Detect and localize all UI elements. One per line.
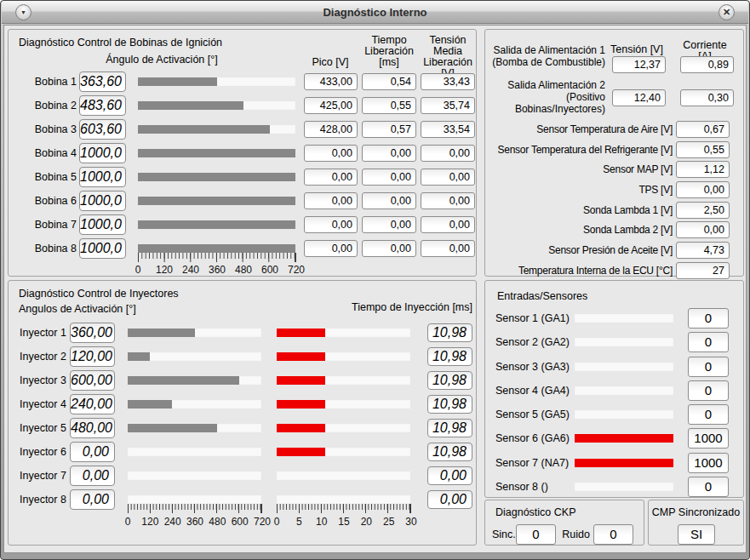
coils-panel: Diagnóstico Control de Bobinas de Ignici… xyxy=(8,29,477,277)
ckp-sync-value: 0 xyxy=(516,524,556,545)
ckp-row: Sinc. 0 Ruido 0 xyxy=(485,524,633,545)
titlebar: ▼ Diagnóstico Interno ✕ xyxy=(2,1,748,24)
injector-time-value[interactable]: 10,98 xyxy=(427,371,472,390)
tick-label: 240 xyxy=(182,264,199,276)
coil-angle-input[interactable]: 1000,0 xyxy=(79,238,126,259)
coil-row: Bobina 4 1000,0 0,00 0,00 0,00 xyxy=(9,143,475,163)
coil-peak-voltage: 0,00 xyxy=(304,169,358,186)
coil-angle-input[interactable]: 363,60 xyxy=(79,71,126,92)
analog-sensor-label: Sensor Presión de Aceite [V] xyxy=(485,242,673,259)
injector-angle-input[interactable]: 120,00 xyxy=(70,346,115,367)
coil-angle-bar xyxy=(138,101,295,110)
coils-angle-ruler xyxy=(138,253,296,262)
coil-label: Bobina 5 xyxy=(9,167,77,187)
coil-release-voltage: 0,00 xyxy=(421,216,475,233)
injectors-angle-ruler xyxy=(128,504,262,513)
injector-row: Inyector 7 0,00 0,00 xyxy=(9,466,472,486)
input-sensor-row: Sensor 8 () 0 xyxy=(485,477,729,497)
analog-sensor-row: Sensor Presión de Aceite [V] 4,73 xyxy=(485,242,730,259)
coil-row: Bobina 1 363,60 433,00 0,54 33,43 xyxy=(9,71,475,92)
coil-angle-input[interactable]: 603,60 xyxy=(79,119,126,140)
input-sensor-bar xyxy=(575,338,673,346)
tick-label: 360 xyxy=(186,516,203,528)
coil-row: Bobina 6 1000,0 0,00 0,00 0,00 xyxy=(9,191,475,211)
coils-header-release-time: Tiempo Liberación [ms] xyxy=(361,35,417,68)
injector-angle-input[interactable]: 240,00 xyxy=(70,394,115,414)
power-output1-voltage: 12,37 xyxy=(612,56,666,73)
injector-time-bar xyxy=(277,352,410,361)
analog-sensor-value: 2,50 xyxy=(676,202,730,219)
injectors-panel-title: Diagnóstico Control de Inyectores xyxy=(19,288,179,300)
injector-label: Inyector 1 xyxy=(20,323,66,343)
power-output2-current: 0,30 xyxy=(680,89,734,106)
injector-angle-input[interactable]: 0,00 xyxy=(70,442,115,462)
analog-sensor-label: TPS [V] xyxy=(485,181,673,198)
coil-release-voltage: 0,00 xyxy=(421,240,475,257)
injector-angle-input[interactable]: 360,00 xyxy=(70,323,115,343)
injector-angle-input[interactable]: 600,00 xyxy=(70,370,115,391)
analog-sensor-value: 27 xyxy=(676,262,730,279)
injectors-subtitle: Angulos de Activación [°] xyxy=(19,303,136,315)
coil-angle-input[interactable]: 483,60 xyxy=(79,95,126,116)
injector-angle-input[interactable]: 480,00 xyxy=(70,418,115,438)
coil-angle-input[interactable]: 1000,0 xyxy=(79,191,126,211)
coil-angle-input[interactable]: 1000,0 xyxy=(79,143,126,163)
injector-time-bar xyxy=(277,400,410,409)
power-output1-label: Salida de Alimentación 1 (Bomba de Combu… xyxy=(485,44,605,68)
injector-angle-bar xyxy=(128,495,261,504)
input-sensor-row: Sensor 5 (GA5) 0 xyxy=(485,404,729,425)
client-area: Diagnóstico Control de Bobinas de Ignici… xyxy=(3,25,747,553)
input-sensor-row: Sensor 4 (GA4) 0 xyxy=(485,380,729,401)
input-sensor-label: Sensor 2 (GA2) xyxy=(495,332,570,352)
injector-time-bar xyxy=(277,329,410,337)
coil-label: Bobina 6 xyxy=(9,191,77,211)
injector-row: Inyector 3 600,00 10,98 xyxy=(9,370,472,391)
coil-angle-input[interactable]: 1000,0 xyxy=(79,214,126,235)
coils-header-peak: Pico [V] xyxy=(303,57,358,68)
tick-label: 0 xyxy=(135,264,141,276)
power-output2-label-line1: Salida Alimentación 2 xyxy=(485,79,605,91)
bar-fill xyxy=(138,149,295,157)
ckp-noise-label: Ruido xyxy=(561,524,590,545)
coil-peak-voltage: 428,00 xyxy=(304,121,358,138)
bar-fill xyxy=(277,448,325,456)
coils-angle-tick-labels: 0120240360480600720 xyxy=(138,264,296,276)
bar-fill xyxy=(128,400,172,409)
injector-time-value[interactable]: 10,98 xyxy=(427,443,472,461)
injector-angle-input[interactable]: 0,00 xyxy=(70,489,115,510)
injector-time-value[interactable]: 10,98 xyxy=(427,395,472,414)
injector-time-bar xyxy=(277,376,410,385)
power-output2-label-line3: Bobinas/Inyectores) xyxy=(485,103,605,115)
coil-row: Bobina 2 483,60 425,00 0,55 35,74 xyxy=(9,95,475,116)
input-sensor-label: Sensor 3 (GA3) xyxy=(495,357,570,377)
analog-sensor-label: Temperatura Interna de la ECU [°C] xyxy=(485,262,673,279)
injector-time-value[interactable]: 10,98 xyxy=(427,419,472,437)
bar-fill xyxy=(277,400,325,409)
bar-fill xyxy=(575,434,673,443)
input-sensor-label: Sensor 6 (GA6) xyxy=(495,428,570,449)
input-sensor-value: 0 xyxy=(688,404,729,425)
coil-angle-bar xyxy=(138,197,295,205)
injector-time-value[interactable]: 0,00 xyxy=(427,466,472,485)
coil-release-voltage: 0,00 xyxy=(421,169,475,186)
injector-time-value[interactable]: 0,00 xyxy=(427,490,472,509)
injector-angle-bar xyxy=(128,352,261,361)
input-sensor-row: Sensor 1 (GA1) 0 xyxy=(485,308,729,329)
coil-row: Bobina 7 1000,0 0,00 0,00 0,00 xyxy=(9,214,475,235)
injectors-time-tick-labels: 051015202530 xyxy=(277,516,411,528)
close-button[interactable]: ✕ xyxy=(719,4,735,20)
input-sensor-bar xyxy=(575,363,673,371)
injector-label: Inyector 6 xyxy=(20,442,66,462)
injector-angle-input[interactable]: 0,00 xyxy=(70,466,115,486)
tick-label: 10 xyxy=(316,516,327,528)
input-sensor-row: Sensor 6 (GA6) 1000 xyxy=(485,428,729,449)
coil-angle-input[interactable]: 1000,0 xyxy=(79,167,126,187)
tick-label: 600 xyxy=(232,516,249,528)
injector-time-value[interactable]: 10,98 xyxy=(427,347,472,366)
coil-release-voltage: 35,74 xyxy=(421,97,475,114)
coil-release-voltage: 0,00 xyxy=(421,145,475,162)
injector-time-value[interactable]: 10,98 xyxy=(427,323,472,342)
tick-label: 25 xyxy=(383,516,394,528)
injector-angle-bar xyxy=(128,448,261,456)
bar-fill xyxy=(575,459,673,467)
